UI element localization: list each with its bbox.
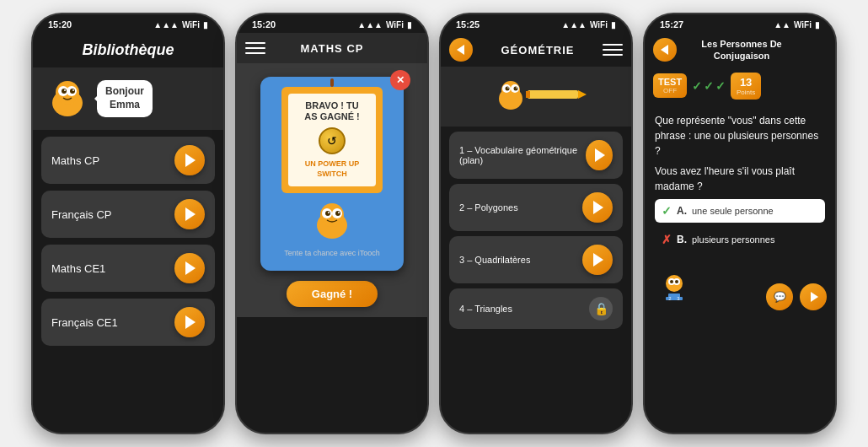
question-1: Que représente "vous" dans cette phrase …	[655, 113, 825, 159]
power-text: UN POWER UP SWITCH	[293, 159, 371, 179]
bravo-text: BRAVO ! TU AS GAGNÉ !	[293, 100, 371, 122]
play-icon-1	[185, 153, 196, 167]
conjugaison-header: Les Personnes De Conjugaison	[645, 33, 835, 67]
svg-point-4	[62, 89, 67, 94]
geo-item-2[interactable]: 2 – Polygones	[449, 184, 623, 231]
svg-point-6	[64, 89, 66, 91]
wifi-icon-4: WiFi	[794, 20, 812, 30]
menu-icon[interactable]	[245, 38, 265, 58]
status-icons-4: ▲▲ WiFi ▮	[774, 20, 820, 30]
bibliotheque-header: Bibliothèque	[33, 33, 223, 67]
maths-cp-title: MATHS CP	[301, 42, 364, 55]
list-item[interactable]: Maths CE1	[41, 245, 215, 292]
screen-bibliotheque: Bibliothèque	[33, 33, 223, 433]
svg-point-24	[514, 87, 518, 91]
conjugaison-title: Les Personnes De Conjugaison	[682, 38, 801, 62]
play-btn-geo-1[interactable]	[586, 140, 613, 170]
signal-icon-2: ▲▲▲	[357, 20, 383, 30]
status-bar-1: 15:20 ▲▲▲ WiFi ▮	[33, 14, 223, 33]
mascot-1	[45, 76, 90, 121]
signal-icon-3: ▲▲▲	[561, 20, 587, 30]
phone1-list: Maths CP Français CP Maths CE1 Français …	[33, 130, 223, 353]
back-icon-3	[457, 45, 464, 55]
geometrie-header: GÉOMÉTRIE	[441, 33, 631, 67]
cross-icon-b: ✗	[662, 233, 672, 246]
back-button-3[interactable]	[449, 38, 473, 62]
conjugaison-content: Que représente "vous" dans cette phrase …	[645, 105, 835, 260]
popup-card: ✕ BRAVO ! TU AS GAGNÉ ! ↺ UN POWER UP	[260, 77, 404, 271]
svg-point-25	[507, 87, 509, 89]
question-2: Vous avez l'heure s'il vous plaît madame…	[655, 164, 825, 194]
svg-point-15	[338, 212, 340, 213]
svg-point-7	[72, 89, 74, 91]
list-item[interactable]: Maths CP	[41, 137, 215, 184]
signal-icon-4: ▲▲	[774, 20, 790, 30]
geometrie-list: 1 – Vocabulaire géométrique (plan) 2 – P…	[441, 127, 631, 334]
play-btn-4[interactable]	[174, 307, 205, 337]
test-badge[interactable]: TEST OFF	[653, 73, 687, 98]
svg-point-12	[325, 211, 330, 216]
coin-icon: ↺	[319, 127, 346, 154]
phone-4: 15:27 ▲▲ WiFi ▮ Les Personnes De Conjuga…	[643, 13, 837, 434]
status-icons-1: ▲▲▲ WiFi ▮	[153, 20, 208, 30]
geo-item-1[interactable]: 1 – Vocabulaire géométrique (plan)	[449, 132, 623, 179]
status-bar-4: 15:27 ▲▲ WiFi ▮	[645, 14, 835, 33]
play-btn-geo-2[interactable]	[582, 192, 613, 223]
geometrie-mascot	[485, 73, 587, 120]
status-icons-2: ▲▲▲ WiFi ▮	[357, 20, 412, 30]
popup-container: ✕ BRAVO ! TU AS GAGNÉ ! ↺ UN POWER UP	[237, 63, 427, 317]
wifi-icon-2: WiFi	[386, 20, 404, 30]
gagne-button[interactable]: Gagné !	[287, 281, 378, 307]
svg-point-23	[506, 87, 510, 91]
svg-point-35	[675, 280, 678, 283]
list-item[interactable]: Français CP	[41, 191, 215, 238]
status-icons-3: ▲▲▲ WiFi ▮	[561, 20, 616, 30]
menu-icon-3[interactable]	[603, 40, 623, 60]
maths-cp-header: MATHS CP	[237, 33, 427, 63]
battery-icon: ▮	[203, 20, 208, 30]
popup-tag-inner: BRAVO ! TU AS GAGNÉ ! ↺ UN POWER UP SWIT…	[288, 94, 376, 186]
svg-point-14	[328, 212, 330, 213]
svg-point-5	[70, 89, 75, 94]
next-button[interactable]	[800, 283, 827, 310]
footer-mascot-area: 2 3	[653, 265, 695, 310]
play-btn-1[interactable]	[174, 145, 205, 175]
list-item[interactable]: Français CE1	[41, 299, 215, 346]
svg-point-13	[335, 211, 340, 216]
play-icon-4	[185, 315, 196, 329]
footer-buttons: 💬	[766, 283, 827, 310]
svg-point-34	[670, 280, 673, 283]
geo-item-4: 4 – Triangles 🔒	[449, 288, 623, 329]
play-btn-geo-3[interactable]	[582, 245, 613, 275]
play-btn-2[interactable]	[174, 199, 205, 229]
phone-1: 15:20 ▲▲▲ WiFi ▮ Bibliothèque	[31, 13, 225, 434]
checks-badge: ✓ ✓ ✓	[692, 79, 726, 93]
screen-geometrie: GÉOMÉTRIE	[441, 33, 631, 433]
play-icon-2	[185, 207, 196, 221]
phone-3: 15:25 ▲▲▲ WiFi ▮ GÉOMÉTRIE	[439, 13, 633, 434]
points-badge: 13 Points	[731, 73, 761, 100]
answer-b[interactable]: ✗ B. plusieurs personnes	[655, 228, 825, 251]
chat-button[interactable]: 💬	[766, 283, 793, 310]
status-time-3: 15:25	[456, 19, 480, 30]
signal-icon: ▲▲▲	[153, 20, 179, 30]
close-button[interactable]: ✕	[390, 70, 410, 90]
lock-icon: 🔒	[589, 297, 613, 320]
svg-rect-16	[528, 90, 578, 99]
status-time-1: 15:20	[48, 19, 72, 30]
popup-mascot-area	[271, 200, 394, 245]
bibliotheque-title: Bibliothèque	[41, 41, 215, 59]
geo-item-3[interactable]: 3 – Quadrilatères	[449, 236, 623, 283]
footer-mascot: 2 3	[653, 265, 695, 307]
play-btn-3[interactable]	[174, 253, 205, 283]
back-icon-4	[661, 45, 668, 55]
back-button-4[interactable]	[653, 38, 677, 62]
next-icon	[811, 292, 818, 302]
conjugaison-footer: 2 3 💬	[645, 260, 835, 315]
battery-icon-3: ▮	[611, 20, 616, 30]
answer-a[interactable]: ✓ A. une seule personne	[655, 199, 825, 223]
wifi-icon: WiFi	[182, 20, 200, 30]
battery-icon-2: ▮	[407, 20, 412, 30]
popup-mascot	[307, 200, 357, 242]
status-time-2: 15:20	[252, 19, 276, 30]
